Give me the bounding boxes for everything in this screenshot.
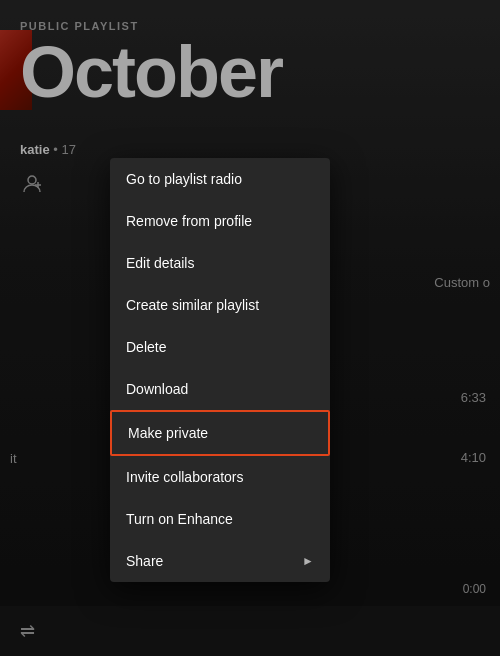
menu-item-playlist-radio[interactable]: Go to playlist radio [110, 158, 330, 200]
menu-item-remove-profile[interactable]: Remove from profile [110, 200, 330, 242]
menu-item-delete[interactable]: Delete [110, 326, 330, 368]
menu-item-label: Turn on Enhance [126, 511, 233, 527]
menu-item-label: Remove from profile [126, 213, 252, 229]
menu-item-label: Invite collaborators [126, 469, 244, 485]
menu-item-label: Share [126, 553, 163, 569]
menu-item-download[interactable]: Download [110, 368, 330, 410]
menu-item-edit-details[interactable]: Edit details [110, 242, 330, 284]
context-menu: Go to playlist radio Remove from profile… [110, 158, 330, 582]
menu-item-label: Download [126, 381, 188, 397]
menu-item-invite-collaborators[interactable]: Invite collaborators [110, 456, 330, 498]
menu-item-label: Delete [126, 339, 166, 355]
chevron-right-icon: ► [302, 554, 314, 568]
menu-item-create-similar[interactable]: Create similar playlist [110, 284, 330, 326]
menu-item-label: Edit details [126, 255, 194, 271]
menu-item-label: Make private [128, 425, 208, 441]
menu-item-turn-on-enhance[interactable]: Turn on Enhance [110, 498, 330, 540]
menu-item-label: Create similar playlist [126, 297, 259, 313]
menu-item-label: Go to playlist radio [126, 171, 242, 187]
menu-item-share[interactable]: Share ► [110, 540, 330, 582]
menu-item-make-private[interactable]: Make private [110, 410, 330, 456]
